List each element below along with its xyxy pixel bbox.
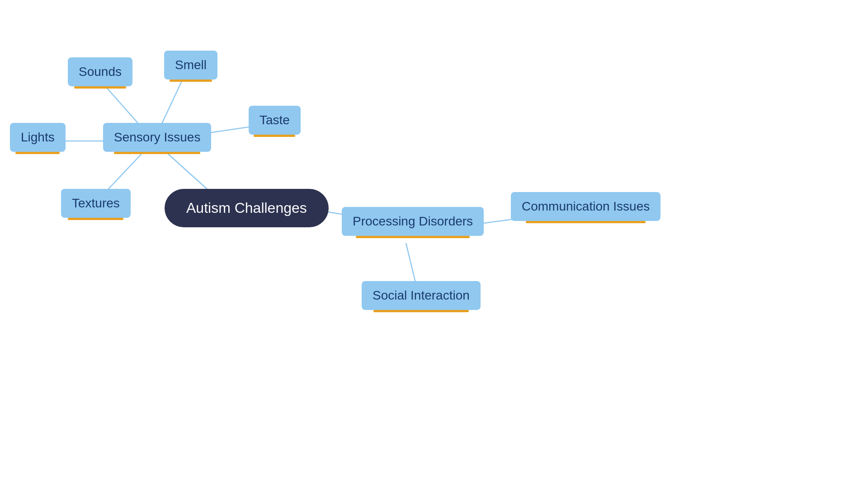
sounds-node-label: Sounds bbox=[68, 57, 132, 86]
smell-node[interactable]: Smell bbox=[164, 51, 217, 80]
textures-node-label: Textures bbox=[61, 189, 131, 218]
lights-node[interactable]: Lights bbox=[10, 123, 66, 152]
sounds-node[interactable]: Sounds bbox=[68, 57, 132, 86]
social-node[interactable]: Social Interaction bbox=[362, 281, 481, 310]
communication-node-label: Communication Issues bbox=[511, 192, 660, 221]
processing-node-label: Processing Disorders bbox=[342, 207, 484, 236]
social-node-label: Social Interaction bbox=[362, 281, 481, 310]
sensory-node-label: Sensory Issues bbox=[103, 123, 211, 152]
mind-map: Autism Challenges Sensory Issues Sounds … bbox=[0, 0, 868, 488]
processing-node[interactable]: Processing Disorders bbox=[342, 207, 484, 236]
sensory-node[interactable]: Sensory Issues bbox=[103, 123, 211, 152]
center-node-label: Autism Challenges bbox=[165, 189, 329, 227]
textures-node[interactable]: Textures bbox=[61, 189, 131, 218]
taste-node-label: Taste bbox=[249, 106, 301, 135]
center-node[interactable]: Autism Challenges bbox=[165, 189, 329, 227]
lights-node-label: Lights bbox=[10, 123, 66, 152]
communication-node[interactable]: Communication Issues bbox=[511, 192, 660, 221]
smell-node-label: Smell bbox=[164, 51, 217, 80]
taste-node[interactable]: Taste bbox=[249, 106, 301, 135]
